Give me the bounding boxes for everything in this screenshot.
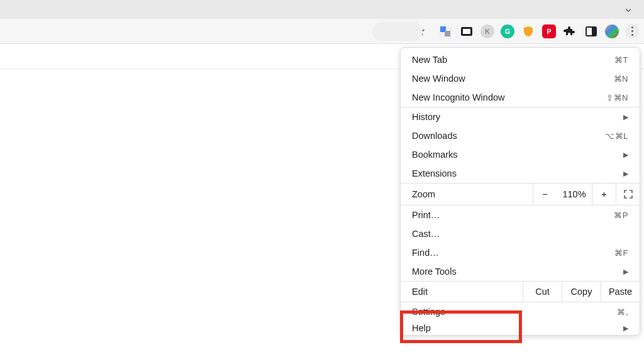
edit-paste-button[interactable]: Paste <box>601 282 640 302</box>
menu-label: Extensions <box>412 168 619 178</box>
menu-label: Downloads <box>412 131 605 141</box>
menu-history[interactable]: History ▶ <box>401 107 640 126</box>
shortcut: ⇧⌘N <box>606 93 628 102</box>
svg-rect-9 <box>592 27 596 36</box>
zoom-label: Zoom <box>401 189 533 199</box>
menu-cast[interactable]: Cast… <box>401 224 640 243</box>
menu-edit: Edit Cut Copy Paste <box>401 281 640 302</box>
profile-avatar-icon[interactable] <box>605 25 619 38</box>
submenu-arrow-icon: ▶ <box>619 268 628 276</box>
menu-label: Settings <box>412 307 617 317</box>
menu-label: New Window <box>412 74 614 84</box>
k-ext-icon[interactable]: K <box>480 25 494 38</box>
menu-print[interactable]: Print… ⌘P <box>401 206 640 224</box>
shield-ext-icon[interactable] <box>521 24 536 39</box>
zoom-in-button[interactable]: + <box>592 184 616 205</box>
extensions-puzzle-icon[interactable] <box>562 24 577 39</box>
menu-label: Print… <box>412 210 614 220</box>
menu-label: Find… <box>412 248 614 258</box>
menu-label: Cast… <box>412 229 628 239</box>
fullscreen-button[interactable] <box>616 184 640 205</box>
svg-rect-7 <box>463 29 470 34</box>
menu-label: Bookmarks <box>412 150 619 160</box>
shortcut: ⌘, <box>617 307 628 317</box>
grammarly-ext-icon[interactable]: G <box>501 25 514 38</box>
menu-label: New Incognito Window <box>412 92 606 102</box>
browser-toolbar: K G P <box>0 19 644 44</box>
reader-ext-icon[interactable] <box>459 24 474 39</box>
zoom-out-button[interactable]: − <box>533 184 557 205</box>
menu-settings[interactable]: Settings ⌘, <box>401 302 640 321</box>
shortcut: ⌥⌘L <box>605 131 628 141</box>
menu-label: More Tools <box>412 266 619 277</box>
svg-rect-5 <box>445 31 450 36</box>
submenu-arrow-icon: ▶ <box>619 113 628 121</box>
zoom-value: 110% <box>557 189 592 199</box>
menu-extensions[interactable]: Extensions ▶ <box>401 164 640 183</box>
edit-copy-button[interactable]: Copy <box>562 282 601 302</box>
menu-zoom: Zoom − 110% + <box>401 183 640 206</box>
submenu-arrow-icon: ▶ <box>619 324 628 332</box>
menu-new-window[interactable]: New Window ⌘N <box>401 69 640 88</box>
menu-downloads[interactable]: Downloads ⌥⌘L <box>401 126 640 145</box>
shortcut: ⌘T <box>614 55 628 65</box>
side-panel-icon[interactable] <box>584 24 599 39</box>
shortcut: ⌘P <box>614 211 628 220</box>
menu-label: History <box>412 112 619 122</box>
submenu-arrow-icon: ▶ <box>619 151 628 159</box>
menu-more-tools[interactable]: More Tools ▶ <box>401 262 640 281</box>
os-titlebar <box>0 0 644 19</box>
chevron-down-icon[interactable] <box>623 4 634 18</box>
chrome-menu: New Tab ⌘T New Window ⌘N New Incognito W… <box>400 47 640 336</box>
menu-new-tab[interactable]: New Tab ⌘T <box>401 50 640 69</box>
menu-label: New Tab <box>412 55 614 65</box>
omnibox-actions-pill <box>372 22 423 41</box>
more-menu-icon[interactable] <box>625 25 639 38</box>
shortcut: ⌘N <box>614 74 628 84</box>
pinterest-ext-icon[interactable]: P <box>542 25 556 38</box>
edit-cut-button[interactable]: Cut <box>523 282 562 302</box>
menu-bookmarks[interactable]: Bookmarks ▶ <box>401 145 640 164</box>
menu-label: Help <box>412 323 619 333</box>
menu-help[interactable]: Help ▶ <box>401 321 640 335</box>
translate-ext-icon[interactable] <box>438 24 453 39</box>
menu-new-incognito[interactable]: New Incognito Window ⇧⌘N <box>401 88 640 107</box>
menu-find[interactable]: Find… ⌘F <box>401 243 640 262</box>
shortcut: ⌘F <box>614 248 628 258</box>
edit-label: Edit <box>401 282 523 302</box>
submenu-arrow-icon: ▶ <box>619 170 628 178</box>
